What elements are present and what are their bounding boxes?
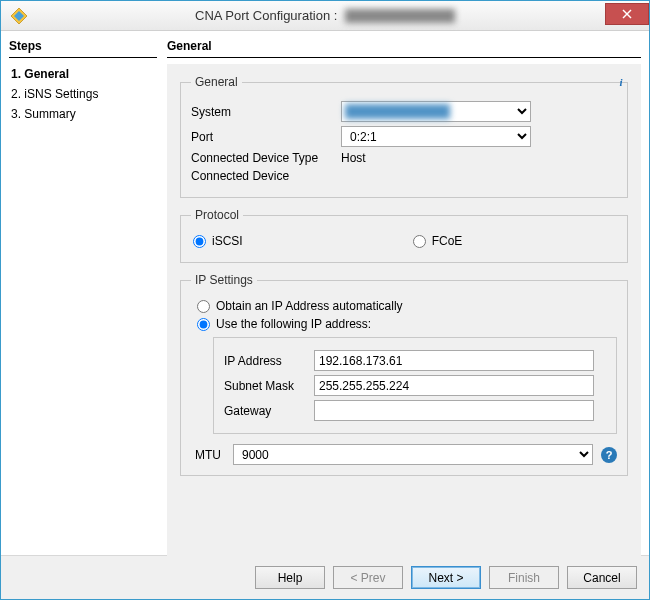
ip-manual[interactable]: Use the following IP address:: [197, 317, 617, 331]
protocol-fcoe[interactable]: FCoE: [413, 234, 463, 248]
gateway-label: Gateway: [224, 404, 314, 418]
protocol-fcoe-label: FCoE: [432, 234, 463, 248]
steps-heading: Steps: [9, 37, 157, 58]
protocol-iscsi-label: iSCSI: [212, 234, 243, 248]
ip-manual-radio[interactable]: [197, 318, 210, 331]
port-label: Port: [191, 130, 341, 144]
help-button[interactable]: Help: [255, 566, 325, 589]
ip-group: IP Settings Obtain an IP Address automat…: [180, 273, 628, 476]
system-label: System: [191, 105, 341, 119]
main-panel: General i General System Port: [167, 37, 641, 555]
conn-type-value: Host: [341, 151, 617, 165]
main-heading: General: [167, 37, 641, 58]
next-button[interactable]: Next >: [411, 566, 481, 589]
prev-button[interactable]: < Prev: [333, 566, 403, 589]
general-group: General System Port 0:2:1: [180, 75, 628, 198]
ip-auto-label: Obtain an IP Address automatically: [216, 299, 403, 313]
titlebar: CNA Port Configuration :: [1, 1, 649, 31]
footer: Help < Prev Next > Finish Cancel: [1, 555, 649, 599]
mtu-help-icon[interactable]: ?: [601, 447, 617, 463]
subnet-label: Subnet Mask: [224, 379, 314, 393]
window-title-redacted: [345, 9, 455, 23]
mtu-label: MTU: [195, 448, 233, 462]
protocol-group: Protocol iSCSI FCoE: [180, 208, 628, 263]
conn-dev-label: Connected Device: [191, 169, 341, 183]
window-title: CNA Port Configuration :: [1, 8, 649, 24]
ip-manual-label: Use the following IP address:: [216, 317, 371, 331]
port-select[interactable]: 0:2:1: [341, 126, 531, 147]
ip-address-label: IP Address: [224, 354, 314, 368]
system-select[interactable]: [341, 101, 531, 122]
step-general[interactable]: 1. General: [11, 64, 157, 84]
step-summary[interactable]: 3. Summary: [11, 104, 157, 124]
gateway-input[interactable]: [314, 400, 594, 421]
close-button[interactable]: [605, 3, 649, 25]
ip-legend: IP Settings: [191, 273, 257, 287]
protocol-legend: Protocol: [191, 208, 243, 222]
subnet-input[interactable]: [314, 375, 594, 396]
ip-auto-radio[interactable]: [197, 300, 210, 313]
protocol-iscsi[interactable]: iSCSI: [193, 234, 243, 248]
protocol-fcoe-radio[interactable]: [413, 235, 426, 248]
protocol-iscsi-radio[interactable]: [193, 235, 206, 248]
ip-address-input[interactable]: [314, 350, 594, 371]
step-isns[interactable]: 2. iSNS Settings: [11, 84, 157, 104]
finish-button[interactable]: Finish: [489, 566, 559, 589]
conn-type-label: Connected Device Type: [191, 151, 341, 165]
cancel-button[interactable]: Cancel: [567, 566, 637, 589]
ip-fields: IP Address Subnet Mask Gateway: [213, 337, 617, 434]
steps-panel: Steps 1. General 2. iSNS Settings 3. Sum…: [9, 37, 157, 555]
app-icon: [9, 6, 29, 26]
window-title-text: CNA Port Configuration :: [195, 8, 337, 23]
ip-auto[interactable]: Obtain an IP Address automatically: [197, 299, 617, 313]
mtu-select[interactable]: 9000: [233, 444, 593, 465]
general-legend: General: [191, 75, 242, 89]
info-icon[interactable]: i: [614, 75, 628, 89]
